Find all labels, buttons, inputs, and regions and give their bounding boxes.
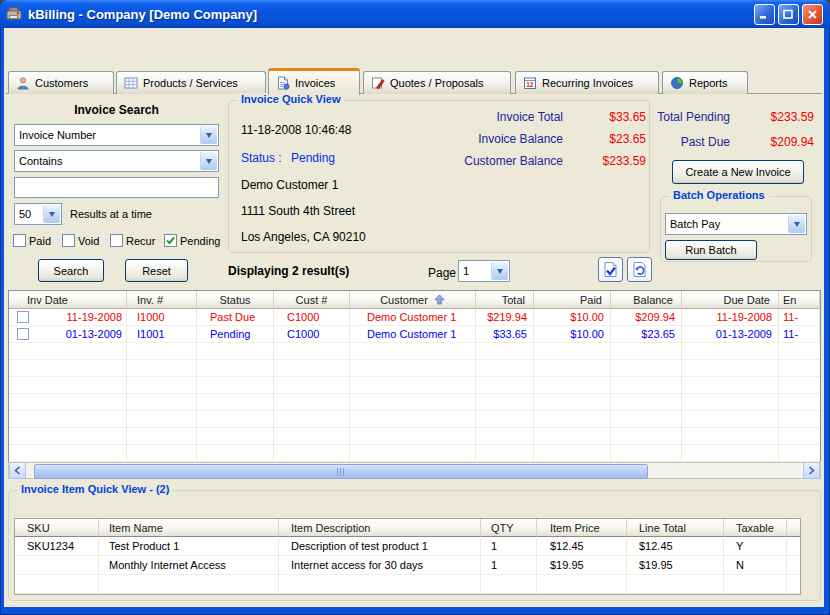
column-header-status[interactable]: Status — [197, 291, 274, 309]
search-query-input[interactable] — [14, 177, 219, 198]
tab-invoices[interactable]: Invoices — [268, 68, 360, 95]
scroll-right-button[interactable] — [803, 462, 820, 479]
run-batch-button[interactable]: Run Batch — [665, 240, 757, 260]
chevron-down-icon[interactable] — [200, 152, 217, 170]
chevron-down-icon[interactable] — [788, 215, 805, 233]
tab-quotes-proposals[interactable]: Quotes / Proposals — [363, 71, 511, 94]
column-header-taxable[interactable]: Taxable — [724, 519, 787, 537]
tab-label: Customers — [35, 77, 88, 89]
column-header-sku[interactable]: SKU — [15, 519, 99, 537]
item-row[interactable]: Monthly Internet Access Internet access … — [15, 556, 800, 575]
displaying-results-text: Displaying 2 result(s) — [228, 264, 349, 278]
close-icon — [807, 9, 818, 20]
search-field-value: Invoice Number — [19, 129, 96, 141]
tab-recurring-invoices[interactable]: 12 Recurring Invoices — [515, 71, 659, 94]
filter-pending[interactable]: Pending — [164, 234, 220, 247]
cell-paid: $10.00 — [534, 309, 611, 326]
page-label: Page — [428, 266, 456, 280]
scrollbar-thumb[interactable] — [34, 464, 648, 479]
chevron-down-icon[interactable] — [200, 126, 217, 144]
past-due-label: Past Due — [653, 135, 730, 149]
close-button[interactable] — [802, 4, 823, 25]
cell-status: Pending — [197, 326, 274, 343]
chevron-down-icon[interactable] — [43, 205, 60, 223]
search-button[interactable]: Search — [38, 259, 104, 282]
cell-item-description: Internet access for 30 days — [279, 556, 481, 575]
cell-cust-number: C1000 — [274, 326, 350, 343]
page-size-dropdown[interactable]: 50 — [14, 203, 62, 225]
chevron-down-icon[interactable] — [491, 262, 508, 280]
item-row[interactable]: SKU1234 Test Product 1 Description of te… — [15, 537, 800, 556]
create-new-invoice-button[interactable]: Create a New Invoice — [672, 160, 804, 184]
document-refresh-icon — [631, 261, 648, 278]
column-header-line-total[interactable]: Line Total — [627, 519, 724, 537]
cell-due-date: 01-13-2009 — [682, 326, 779, 343]
invoice-icon — [276, 76, 290, 90]
tab-products-services[interactable]: Products / Services — [116, 71, 266, 94]
cell-paid: $10.00 — [534, 326, 611, 343]
search-field-dropdown[interactable]: Invoice Number — [14, 124, 219, 146]
row-checkbox[interactable] — [17, 311, 29, 323]
document-check-icon — [602, 261, 619, 278]
grid-icon — [124, 76, 138, 90]
minimize-button[interactable] — [754, 4, 775, 25]
cell-cust-number: C1000 — [274, 309, 350, 326]
cell-customer: Demo Customer 1 — [350, 326, 476, 343]
column-header-total[interactable]: Total — [476, 291, 534, 309]
pending-checkbox[interactable] — [164, 234, 177, 247]
column-header-inv-number[interactable]: Inv. # — [127, 291, 197, 309]
status-label: Status : — [241, 151, 282, 165]
item-table: SKU Item Name Item Description QTY Item … — [14, 518, 801, 595]
column-header-inv-date[interactable]: Inv Date — [9, 291, 127, 309]
paid-checkbox[interactable] — [13, 234, 26, 247]
pencil-icon — [371, 76, 385, 90]
column-header-item-description[interactable]: Item Description — [279, 519, 481, 537]
horizontal-scrollbar[interactable] — [8, 462, 821, 479]
tab-reports[interactable]: Reports — [662, 71, 748, 94]
cell-item-name: Monthly Internet Access — [99, 556, 279, 575]
column-header-entered[interactable]: En — [779, 291, 820, 309]
column-header-cust-number[interactable]: Cust # — [274, 291, 350, 309]
page-size-label: Results at a time — [70, 208, 152, 220]
invoice-table-header: Inv Date Inv. # Status Cust # Customer T… — [9, 291, 820, 309]
pending-label: Pending — [180, 235, 220, 247]
maximize-button[interactable] — [778, 4, 799, 25]
filter-recur[interactable]: Recur — [110, 234, 155, 247]
batch-operation-value: Batch Pay — [670, 218, 720, 230]
recur-checkbox[interactable] — [110, 234, 123, 247]
table-row[interactable]: 01-13-2009 I1001 Pending C1000 Demo Cust… — [9, 326, 820, 343]
table-row[interactable]: 11-19-2008 I1000 Past Due C1000 Demo Cus… — [9, 309, 820, 326]
cell-status: Past Due — [197, 309, 274, 326]
refresh-button[interactable] — [627, 257, 652, 282]
filter-void[interactable]: Void — [62, 234, 99, 247]
column-header-item-price[interactable]: Item Price — [537, 519, 627, 537]
item-table-header: SKU Item Name Item Description QTY Item … — [15, 519, 800, 537]
row-checkbox[interactable] — [17, 328, 29, 340]
column-header-due-date[interactable]: Due Date — [682, 291, 779, 309]
void-checkbox[interactable] — [62, 234, 75, 247]
scrollbar-grip — [337, 468, 346, 476]
tab-customers[interactable]: Customers — [8, 71, 114, 94]
batch-operations-title: Batch Operations — [669, 189, 769, 201]
page-dropdown[interactable]: 1 — [458, 260, 510, 282]
column-header-paid[interactable]: Paid — [534, 291, 611, 309]
cell-customer: Demo Customer 1 — [350, 309, 476, 326]
reset-button[interactable]: Reset — [125, 259, 188, 282]
search-operator-dropdown[interactable]: Contains — [14, 150, 219, 172]
cell-inv-number: I1000 — [127, 309, 197, 326]
cell-item-name: Test Product 1 — [99, 537, 279, 556]
select-all-button[interactable] — [598, 257, 623, 282]
scroll-left-button[interactable] — [9, 462, 26, 479]
tab-label: Invoices — [295, 77, 335, 89]
filter-paid[interactable]: Paid — [13, 234, 51, 247]
column-header-customer[interactable]: Customer — [350, 291, 476, 309]
customer-city: Los Angeles, CA 90210 — [241, 230, 366, 244]
column-header-balance[interactable]: Balance — [611, 291, 682, 309]
cell-entered: 11- — [779, 309, 820, 326]
total-pending-label: Total Pending — [653, 110, 730, 124]
batch-operation-dropdown[interactable]: Batch Pay — [665, 213, 807, 235]
maximize-icon — [783, 9, 794, 20]
pie-chart-icon — [670, 76, 684, 90]
column-header-qty[interactable]: QTY — [481, 519, 537, 537]
column-header-item-name[interactable]: Item Name — [99, 519, 279, 537]
